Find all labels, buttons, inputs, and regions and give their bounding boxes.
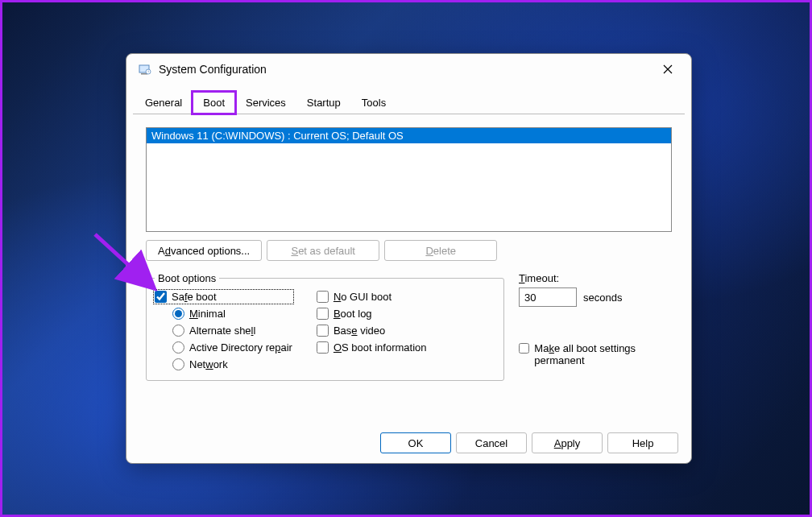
advanced-options-button[interactable]: Advanced options... <box>146 240 262 261</box>
safe-boot-row[interactable]: Safe boot <box>155 291 292 303</box>
os-boot-information-row[interactable]: OS boot information <box>317 341 427 354</box>
alternate-shell-radio[interactable] <box>172 325 184 337</box>
alternate-shell-label: Alternate shell <box>189 325 255 337</box>
timeout-label: Timeout: <box>519 272 672 284</box>
no-gui-boot-checkbox[interactable] <box>317 291 329 303</box>
boot-options-group: Boot options Safe boot Minimal <box>146 272 504 381</box>
os-listbox[interactable]: Windows 11 (C:\WINDOWS) : Current OS; De… <box>146 127 672 232</box>
system-configuration-dialog: System Configuration General Boot Servic… <box>126 53 692 464</box>
base-video-checkbox[interactable] <box>317 325 329 337</box>
tab-boot[interactable]: Boot <box>193 92 235 114</box>
boot-log-row[interactable]: Boot log <box>317 308 427 320</box>
safe-boot-checkbox[interactable] <box>155 291 167 303</box>
cancel-button[interactable]: Cancel <box>456 432 527 453</box>
titlebar: System Configuration <box>126 54 691 85</box>
close-icon <box>663 64 673 74</box>
network-label: Network <box>189 358 228 370</box>
active-directory-repair-radio[interactable] <box>172 341 184 354</box>
safe-boot-label: Safe boot <box>172 291 217 303</box>
boot-settings-row: Boot options Safe boot Minimal <box>146 272 672 381</box>
active-directory-repair-label: Active Directory repair <box>189 341 292 354</box>
tab-tools[interactable]: Tools <box>351 92 396 114</box>
make-permanent-label: Make all boot settings permanent <box>534 342 672 366</box>
boot-action-buttons: Advanced options... Set as default Delet… <box>146 240 672 261</box>
boot-options-legend: Boot options <box>155 272 219 284</box>
no-gui-boot-row[interactable]: No GUI boot <box>317 291 427 303</box>
window-title: System Configuration <box>159 63 649 76</box>
os-boot-information-checkbox[interactable] <box>317 341 329 354</box>
app-icon <box>138 62 152 77</box>
help-button[interactable]: Help <box>607 432 678 453</box>
network-row[interactable]: Network <box>172 358 292 370</box>
tab-general[interactable]: General <box>135 92 193 114</box>
boot-log-label: Boot log <box>334 308 372 320</box>
ok-button[interactable]: OK <box>380 432 451 453</box>
network-radio[interactable] <box>172 358 184 370</box>
boot-options-right-col: No GUI boot Boot log Base video OS <box>317 291 427 370</box>
active-directory-repair-row[interactable]: Active Directory repair <box>172 341 292 354</box>
base-video-row[interactable]: Base video <box>317 325 427 337</box>
minimal-row[interactable]: Minimal <box>172 308 292 320</box>
delete-button[interactable]: Delete <box>384 240 497 261</box>
boot-log-checkbox[interactable] <box>317 308 329 320</box>
no-gui-boot-label: No GUI boot <box>334 291 392 303</box>
tab-bar: General Boot Services Startup Tools <box>126 91 691 114</box>
make-permanent-row[interactable]: Make all boot settings permanent <box>519 342 672 366</box>
os-list-item[interactable]: Windows 11 (C:\WINDOWS) : Current OS; De… <box>147 128 671 143</box>
apply-button[interactable]: Apply <box>532 432 603 453</box>
make-permanent-checkbox[interactable] <box>519 342 529 354</box>
tab-services[interactable]: Services <box>235 92 296 114</box>
close-button[interactable] <box>649 57 686 81</box>
os-boot-information-label: OS boot information <box>334 341 427 354</box>
boot-options-left-col: Safe boot Minimal Alternate shell A <box>155 291 292 370</box>
tab-startup[interactable]: Startup <box>296 92 351 114</box>
minimal-radio[interactable] <box>172 308 184 320</box>
alternate-shell-row[interactable]: Alternate shell <box>172 325 292 337</box>
set-as-default-button[interactable]: Set as default <box>267 240 379 261</box>
timeout-row: seconds <box>519 287 672 307</box>
minimal-label: Minimal <box>189 308 226 320</box>
timeout-unit: seconds <box>583 292 622 304</box>
timeout-input[interactable] <box>519 287 577 307</box>
dialog-footer: OK Cancel Apply Help <box>380 432 678 453</box>
base-video-label: Base video <box>334 325 385 337</box>
timeout-column: Timeout: seconds Make all boot settings … <box>519 272 672 381</box>
tab-content-boot: Windows 11 (C:\WINDOWS) : Current OS; De… <box>133 114 685 389</box>
